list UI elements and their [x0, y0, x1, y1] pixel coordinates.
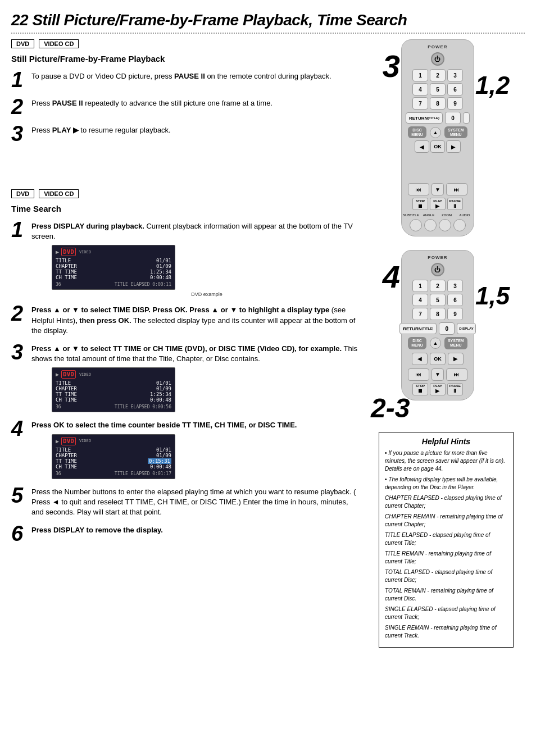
btn-7[interactable]: 7 [412, 97, 428, 110]
pause-btn-2[interactable]: PAUSE ⏸ [447, 383, 463, 395]
r2-btn-2[interactable]: 2 [430, 280, 446, 292]
step3-row: 3 Press PLAY ▶ to resume regular playbac… [11, 123, 362, 144]
btn-6[interactable]: 6 [447, 83, 463, 95]
r2-btn-8[interactable]: 8 [430, 308, 446, 320]
screen3-row-chapter: CHAPTER 01/09 [56, 453, 171, 458]
btn-0-2[interactable]: 0 [439, 322, 455, 335]
right-column: 3 POWER ⏻ 1 2 3 4 5 6 7 8 9 [367, 39, 525, 648]
r2-btn-7[interactable]: 7 [412, 308, 428, 320]
ts-step5-row: 5 Press the Number buttons to enter the … [11, 485, 362, 518]
left-btn-2[interactable]: ◀ [412, 353, 428, 365]
r2-btn-1[interactable]: 1 [412, 280, 428, 292]
section1-title: Still Picture/Frame-by-Frame Playback [11, 54, 362, 63]
down-btn-1[interactable]: ▼ [431, 183, 444, 195]
up-btn-2[interactable]: ▲ [430, 338, 441, 349]
pause-btn-1[interactable]: PAUSE ⏸ [447, 198, 463, 210]
menu-row-2: DISCMENU ▲ SYSTEMMENU [408, 337, 467, 349]
return-row-1: RETURN(TITLE) 0 [406, 112, 470, 124]
play-icon-small-3: ▶ [56, 438, 59, 444]
return-row-2: RETURN(TITLE) 0 DISPLAY [399, 322, 475, 335]
ts-step6-row: 6 Press DISPLAY to remove the display. [11, 523, 362, 544]
screen3-row-title: TITLE 01/01 [56, 447, 171, 453]
ts-step5-number: 5 [11, 485, 27, 506]
screen-label-chapter: CHAPTER [56, 263, 77, 269]
disc-menu-2[interactable]: DISCMENU [408, 337, 426, 349]
r2-btn-5[interactable]: 5 [430, 294, 446, 306]
step-label-4: 4 [383, 261, 400, 293]
up-btn-1[interactable]: ▲ [430, 127, 441, 138]
ts-step6-number: 6 [11, 523, 27, 544]
r2-btn-3[interactable]: 3 [447, 280, 463, 292]
next-btn-1[interactable]: ⏭ [446, 183, 467, 195]
subtitle-btn-1[interactable] [410, 219, 422, 231]
stop-btn-1[interactable]: STOP ⏹ [412, 198, 428, 210]
btn-8[interactable]: 8 [430, 97, 446, 110]
videocd-badge-2: VIDEO CD [39, 189, 79, 198]
step3-number: 3 [11, 123, 27, 144]
screen-row-chapter: CHAPTER 01/09 [56, 263, 171, 269]
angle-btn-1[interactable] [424, 219, 437, 231]
power-button-1[interactable]: ⏻ [431, 52, 444, 66]
step2-text: Press PAUSE II repeatedly to advance the… [31, 96, 272, 108]
right-btn-2[interactable]: ▶ [448, 353, 464, 365]
screen-val-chtime: 0:00:48 [150, 275, 171, 280]
divider [11, 33, 525, 34]
screen-label-tttime: TT TIME [56, 269, 77, 275]
play-icon-small-2: ▶ [56, 371, 59, 377]
ts-step1-row: 1 Press DISPLAY during playback. Current… [11, 219, 362, 297]
power-label-1: POWER [428, 44, 447, 49]
display-btn-2[interactable]: DISPLAY [457, 323, 475, 334]
r2-btn-4[interactable]: 4 [412, 294, 428, 306]
left-btn-1[interactable]: ◀ [415, 140, 429, 153]
step-sub-label-12: 1,2 [475, 73, 510, 98]
zoom-btn-1[interactable] [439, 219, 451, 231]
btn-3[interactable]: 3 [447, 69, 463, 81]
system-menu-2[interactable]: SYSTEMMENU [444, 337, 467, 349]
play-btn-2[interactable]: PLAY ▶ [430, 383, 446, 395]
step-sub-label-15: 1,5 [475, 284, 510, 308]
arrow-pad-2: ◀ OK ▶ [412, 353, 464, 365]
down-btn-2[interactable]: ▼ [431, 368, 444, 381]
r2-btn-9[interactable]: 9 [447, 308, 463, 320]
screen-val-tttime: 1:25:34 [150, 269, 171, 275]
next-btn-2[interactable]: ⏭ [446, 368, 467, 381]
screen-label-example: DVD example [52, 292, 362, 297]
ts-step4-content: Press OK to select the time counter besi… [31, 418, 362, 479]
return-btn-1[interactable]: RETURN(TITLE) [406, 112, 443, 124]
btn-4[interactable]: 4 [412, 83, 428, 95]
btn-0-1[interactable]: 0 [445, 112, 461, 124]
ts-step3-content: Press ▲ or ▼ to select TT TIME or CH TIM… [31, 341, 362, 412]
ok-btn-2[interactable]: OK [430, 353, 446, 365]
power-button-2[interactable]: ⏻ [431, 263, 444, 276]
play-btn-1[interactable]: PLAY ▶ [430, 198, 446, 210]
prev-btn-1[interactable]: ⏮ [408, 183, 429, 195]
r2-btn-6[interactable]: 6 [447, 294, 463, 306]
screen3-footer: 36 TITLE ELAPSED 0:01:17 [56, 471, 171, 476]
prev-btn-2[interactable]: ⏮ [408, 368, 429, 381]
btn-5[interactable]: 5 [430, 83, 446, 95]
display-btn-1[interactable] [463, 112, 470, 124]
dvd-logo-2: DVD [61, 370, 76, 379]
screen2-footer: 36 TITLE ELAPSED 0:00:56 [56, 404, 171, 409]
dvd-logo: DVD [61, 248, 76, 256]
videocd-badge: VIDEO CD [39, 39, 79, 48]
btn-9[interactable]: 9 [447, 97, 463, 110]
disc-menu-1[interactable]: DISCMENU [408, 126, 426, 138]
stop-btn-2[interactable]: STOP ⏹ [412, 383, 428, 395]
dvd-badge: DVD [11, 39, 34, 48]
screen-label-title: TITLE [56, 258, 71, 263]
return-btn-2[interactable]: RETURN(TITLE) [399, 323, 437, 334]
section2-badges: DVD VIDEO CD [11, 189, 362, 198]
screen-val-chapter: 01/09 [156, 263, 171, 269]
ts-step4-text: Press OK to select the time counter besi… [31, 418, 362, 430]
btn-2[interactable]: 2 [430, 69, 446, 81]
ts-step3-text: Press ▲ or ▼ to select TT TIME or CH TIM… [31, 341, 362, 364]
system-menu-1[interactable]: SYSTEMMENU [444, 126, 467, 138]
audio-btn-1[interactable] [453, 219, 466, 231]
ok-btn-1[interactable]: OK [430, 140, 445, 153]
btn-1[interactable]: 1 [412, 69, 428, 81]
video-cd-label-3: VIDEO [79, 439, 91, 443]
screen3-row-tttime: TT TIME 0:15:31 [56, 458, 171, 464]
play-icon-small: ▶ [56, 249, 59, 255]
right-btn-1[interactable]: ▶ [446, 140, 461, 153]
